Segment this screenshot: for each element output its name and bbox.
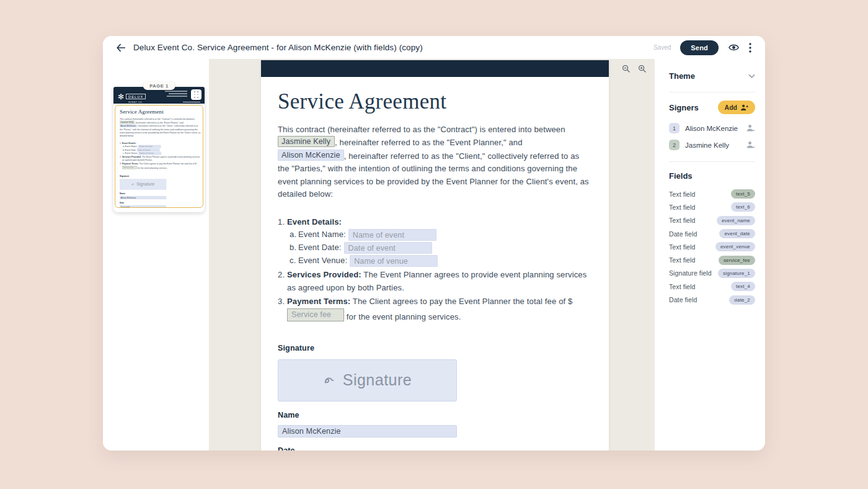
name-label: Name — [278, 409, 590, 422]
date-label: Date — [278, 444, 590, 451]
thumbnail-url-line — [183, 102, 200, 103]
drag-handle-icon[interactable] — [191, 89, 202, 100]
thumbnail-logo: ✻ DELUX EVENT CO. — [118, 89, 146, 104]
back-icon[interactable] — [115, 42, 126, 53]
signature-field[interactable]: Signature — [278, 359, 457, 402]
divider — [669, 161, 755, 162]
person-plus-icon — [740, 104, 748, 111]
theme-section-toggle[interactable]: Theme — [669, 68, 755, 92]
settings-panel: Theme Signers Add 1 Alison McKenzie — [654, 59, 765, 451]
field-id-badge[interactable]: text_6 — [731, 202, 755, 212]
preview-eye-icon[interactable] — [728, 42, 740, 53]
zoom-controls — [622, 65, 646, 73]
field-id-badge[interactable]: event_name — [717, 216, 755, 225]
signer-row-jasmine[interactable]: 2 Jasmine Kelly — [669, 137, 755, 153]
snowflake-logo-icon: ✻ — [118, 93, 124, 101]
document-canvas: Service Agreement This contract (hereina… — [209, 59, 654, 451]
field-id-badge[interactable]: event_venue — [715, 242, 755, 251]
event-name-field[interactable]: Name of event — [348, 229, 436, 241]
name-field[interactable]: Alison McKenzie — [278, 425, 457, 437]
field-id-badge[interactable]: text_5 — [731, 189, 755, 199]
field-row[interactable]: Text field text_6 — [669, 200, 755, 213]
list-item-services-provided: 2. Services Provided: The Event Planner … — [278, 269, 590, 294]
document-heading: Service Agreement — [278, 96, 590, 109]
app-window: Delux Event Co. Service Agreement - for … — [103, 36, 765, 451]
contract-intro-paragraph: This contract (hereinafter referred to a… — [278, 123, 590, 201]
list-item-event-details: 1. Event Details: — [278, 216, 590, 229]
signature-label: Signature — [278, 342, 590, 355]
thumbnail-contact-lines — [165, 91, 187, 97]
field-id-badge[interactable]: event_date — [719, 229, 755, 238]
field-row[interactable]: Text field text_4 — [669, 280, 755, 293]
field-row[interactable]: Signature field signature_1 — [669, 267, 755, 280]
divider — [669, 92, 755, 92]
signature-section: Signature Signature Name Alison McKenzie… — [278, 342, 590, 451]
send-button[interactable]: Send — [680, 40, 719, 55]
planner-name-field[interactable]: Jasmine Kelly — [278, 136, 335, 147]
field-row[interactable]: Text field service_fee — [669, 253, 755, 266]
service-fee-field[interactable]: Service fee — [287, 308, 344, 321]
field-id-badge[interactable]: signature_1 — [718, 269, 755, 278]
add-signer-button[interactable]: Add — [718, 101, 755, 114]
page-1-label: PAGE 1 — [143, 81, 175, 90]
fields-heading: Fields — [669, 171, 755, 181]
page-1-thumbnail[interactable]: PAGE 1 ✻ DELUX EVENT CO. — [113, 87, 205, 212]
chevron-down-icon[interactable] — [748, 74, 755, 79]
event-date-field[interactable]: Date of event — [344, 242, 432, 254]
document-header-band — [261, 60, 609, 77]
field-row[interactable]: Date field date_2 — [669, 293, 755, 306]
field-row[interactable]: Date field event_date — [669, 227, 755, 240]
thumbnail-selected-block: Service Agreement This contract (hereina… — [115, 105, 203, 208]
signers-heading: Signers — [669, 103, 699, 112]
top-bar: Delux Event Co. Service Agreement - for … — [103, 36, 765, 59]
event-venue-row: c. Event Venue: Name of venue — [290, 254, 590, 267]
thumbnail-logo-subtext: EVENT CO. — [126, 101, 146, 104]
event-date-row: b. Event Date: Date of event — [290, 241, 590, 254]
field-id-badge[interactable]: date_2 — [729, 295, 755, 305]
event-venue-field[interactable]: Name of venue — [350, 255, 438, 267]
client-name-field[interactable]: Alison McKenzie — [278, 150, 344, 161]
field-row[interactable]: Text field event_venue — [669, 240, 755, 253]
event-name-row: a. Event Name: Name of event — [290, 228, 590, 241]
field-id-badge[interactable]: service_fee — [719, 256, 755, 265]
zoom-out-icon[interactable] — [622, 65, 630, 73]
document-title: Delux Event Co. Service Agreement - for … — [133, 43, 423, 52]
field-row[interactable]: Text field event_name — [669, 214, 755, 227]
saved-status: Saved — [653, 44, 671, 51]
remove-signer-icon[interactable] — [746, 124, 755, 132]
list-item-payment-terms: 3. Payment Terms: The Client agrees to p… — [278, 295, 590, 323]
pages-panel: PAGE 1 ✻ DELUX EVENT CO. — [103, 59, 209, 451]
signer-order-badge: 2 — [669, 140, 680, 150]
thumbnail-logo-text: DELUX — [126, 94, 146, 99]
document-page: Service Agreement This contract (hereina… — [261, 60, 609, 451]
theme-label: Theme — [669, 71, 695, 81]
field-id-badge[interactable]: text_4 — [731, 282, 755, 291]
signer-row-alison[interactable]: 1 Alison McKenzie — [669, 120, 755, 137]
signature-squiggle-icon — [323, 374, 337, 387]
remove-signer-icon[interactable] — [746, 141, 755, 149]
field-row[interactable]: Text field text_5 — [669, 187, 755, 200]
thumbnail-page-content: Service Agreement This contract (hereina… — [115, 105, 203, 208]
signer-order-badge: 1 — [669, 123, 680, 133]
kebab-menu-icon[interactable] — [749, 43, 751, 53]
zoom-in-icon[interactable] — [638, 65, 646, 73]
